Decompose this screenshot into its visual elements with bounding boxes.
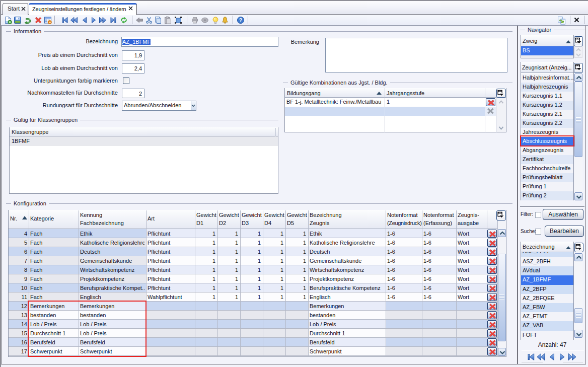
svg-text:?: ?: [239, 17, 242, 23]
